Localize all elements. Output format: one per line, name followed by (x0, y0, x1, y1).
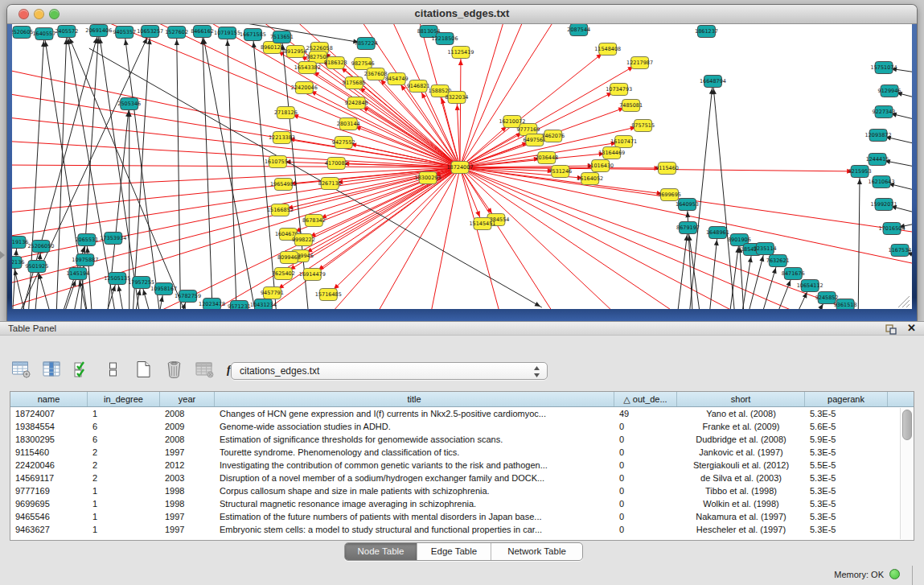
graph-edge[interactable] (460, 167, 750, 309)
graph-edge[interactable] (460, 24, 526, 167)
graph-edge[interactable] (460, 167, 622, 309)
table-panel-header: Table Panel ✕ (0, 321, 924, 336)
edge-arrowhead (535, 302, 541, 307)
table-row[interactable]: 2242004622012Investigating the contribut… (10, 459, 914, 472)
edge-arrowhead (124, 39, 129, 45)
column-header-in_degree[interactable]: in_degree (88, 392, 160, 406)
table-cell: 1 (88, 523, 160, 536)
node-label: 19654982 (270, 181, 297, 187)
edge-arrowhead (85, 247, 90, 253)
table-selector-dropdown[interactable]: citations_edges.txt (231, 362, 548, 380)
window-titlebar[interactable]: citations_edges.txt (7, 5, 917, 24)
edge-arrowhead (147, 39, 152, 44)
edge-arrowhead (685, 212, 690, 217)
node-label: 8454749 (385, 76, 409, 82)
node-label: 9777169 (516, 126, 540, 133)
network-canvas[interactable]: 1872400789601288912954252260589827508165… (12, 24, 912, 309)
graph-edge[interactable] (713, 81, 735, 309)
graph-edge[interactable] (253, 35, 277, 309)
node-label: 9146821 (407, 83, 430, 89)
graph-edge[interactable] (460, 167, 502, 309)
tab-edge-table[interactable]: Edge Table (417, 543, 491, 560)
table-settings-icon[interactable] (11, 360, 31, 379)
graph-edge[interactable] (304, 88, 460, 167)
graph-edge[interactable] (12, 141, 460, 167)
select-columns-icon[interactable] (72, 360, 92, 379)
table-cell: 1998 (160, 497, 215, 510)
table-row[interactable]: 1830029562008Estimation of significance … (10, 433, 914, 446)
close-panel-icon[interactable]: ✕ (907, 322, 916, 334)
table-cell: 9465546 (10, 510, 88, 523)
graph-edge[interactable] (328, 167, 460, 295)
node-label: 25206050 (27, 243, 54, 249)
table-cell: 5.3E-5 (805, 472, 888, 484)
table-row[interactable]: 946554611997Estimation of the future num… (10, 510, 914, 523)
import-table-icon[interactable] (195, 360, 215, 379)
node-label: 8757515 (631, 122, 655, 129)
graph-edge[interactable] (460, 49, 608, 167)
table-cell: Stergiakouli et al. (2012) (677, 459, 805, 472)
table-row[interactable]: 911546021997Tourette syndrome. Phenomeno… (10, 446, 914, 459)
table-cell: Wolkin et al. (1998) (677, 497, 805, 510)
graph-edge[interactable] (125, 32, 161, 309)
graph-edge[interactable] (460, 52, 461, 167)
graph-edge[interactable] (429, 167, 460, 309)
panel-collapse-arrow-icon[interactable] (0, 251, 5, 259)
graph-edge[interactable] (203, 31, 213, 309)
graph-edge[interactable] (460, 167, 815, 309)
node-label: 16671585 (240, 31, 266, 38)
table-row[interactable]: 946362711997Embryonic stem cells: a mode… (10, 523, 914, 536)
edge-arrowhead (455, 105, 460, 110)
resize-grip-icon[interactable] (902, 300, 910, 307)
graph-edge[interactable] (12, 167, 460, 262)
node-label: 8912954 (284, 48, 307, 55)
node-label: 17016504 (879, 225, 906, 232)
node-label: 2036448 (535, 154, 558, 161)
column-header-pagerank[interactable]: pagerank (805, 392, 888, 406)
node-label: 16648794 (700, 78, 726, 84)
new-table-icon[interactable] (133, 360, 154, 379)
table-cell: 0 (614, 459, 677, 472)
graph-edge[interactable] (858, 171, 860, 309)
table-cell: 2 (88, 459, 160, 472)
resize-grip-icon[interactable] (906, 304, 910, 307)
table-cell: Structural magnetic resonance image aver… (215, 497, 614, 510)
tab-network-table[interactable]: Network Table (491, 543, 582, 560)
table-row[interactable]: 1938455462009Genome-wide association stu… (10, 420, 914, 433)
table-cell: Yano et al. (2008) (677, 407, 805, 420)
node-label: 9998222 (292, 237, 315, 243)
table-cell: 6 (88, 433, 160, 446)
node-label: 15992071 (871, 201, 897, 208)
table-scrollbar[interactable] (900, 408, 913, 539)
show-column-icon[interactable] (42, 360, 62, 379)
column-header-short[interactable]: short (677, 392, 805, 406)
column-header-name[interactable]: name (10, 392, 88, 406)
column-header-out_de[interactable]: △ out_de... (614, 392, 677, 406)
graph-edge[interactable] (177, 32, 181, 309)
graph-edge[interactable] (760, 261, 778, 309)
column-header-year[interactable]: year (160, 392, 215, 406)
node-label: 8679197 (676, 225, 700, 231)
graph-edge[interactable] (99, 31, 141, 309)
table-row[interactable]: 977716911998Corpus callosum shape and si… (10, 484, 914, 497)
graph-edge[interactable] (460, 167, 686, 309)
tab-node-table[interactable]: Node Table (345, 543, 417, 560)
column-header-title[interactable]: title (215, 392, 614, 406)
node-label: 2087544 (567, 27, 590, 33)
node-label: 18724007 (447, 164, 474, 171)
float-window-icon[interactable] (885, 323, 897, 334)
graph-edge[interactable] (12, 167, 460, 189)
table-cell: 0 (614, 446, 677, 459)
delete-table-icon[interactable] (164, 360, 184, 379)
graph-edge[interactable] (460, 24, 558, 167)
node-label: 2803144 (337, 121, 360, 127)
table-row[interactable]: 1872400712008Changes of HCN gene express… (10, 407, 914, 420)
table-row[interactable]: 969969511998Structural magnetic resonanc… (10, 497, 914, 510)
node-label: 12217987 (626, 60, 653, 66)
table-row[interactable]: 1456911722003Disruption of a novel membe… (10, 472, 914, 484)
table-cell: 5.5E-5 (805, 459, 888, 472)
node-label: 7625402 (272, 270, 295, 277)
row-height-icon[interactable] (103, 360, 123, 379)
graph-edge[interactable] (133, 31, 150, 309)
scrollbar-thumb[interactable] (902, 410, 912, 440)
